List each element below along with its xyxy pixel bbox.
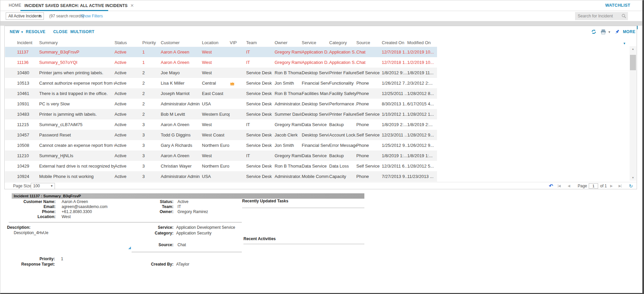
service-cell: Data Service xyxy=(302,161,329,171)
summary-cell: Summary_507oYQI xyxy=(39,57,115,68)
new-button[interactable]: NEW ▼ xyxy=(10,26,24,38)
tab-bar: HOME INCIDENT SAVED SEARCH: ALL ACTIVE I… xyxy=(0,0,642,11)
vip-cell xyxy=(230,57,246,68)
record-count: (97 search records) xyxy=(49,11,84,21)
reload-page-icon[interactable]: ↻ xyxy=(629,182,633,190)
incident-row-10429[interactable]: 10429External hard drive is not recogniz… xyxy=(5,161,437,171)
location-cell: West Coast xyxy=(202,130,230,140)
page-number-input[interactable] xyxy=(589,183,598,189)
vip-cell xyxy=(230,119,246,130)
pin-icon[interactable] xyxy=(615,29,620,34)
location-cell: Northern Euro... xyxy=(202,140,230,151)
more-button[interactable]: MORE ▼ xyxy=(623,26,637,49)
incident-row-10931[interactable]: 10931PC is very SlowActive2Administrator… xyxy=(5,99,437,109)
column-header-location[interactable]: Location xyxy=(202,38,230,47)
incident-row-10457[interactable]: 10457Password ResetActive3Todd G Diggins… xyxy=(5,130,437,140)
incident-row-10461[interactable]: 10461There is a bird trapped in the offi… xyxy=(5,88,437,99)
category-cell: Account Lock... xyxy=(329,130,356,140)
column-header-modified-on[interactable]: Modified On xyxy=(407,38,437,47)
status-cell: Active xyxy=(115,99,142,109)
incident-row-10513[interactable]: 10513Cannot authorize expense report fro… xyxy=(5,78,437,88)
priority-cell: 3 xyxy=(142,130,161,140)
tab-home[interactable]: HOME xyxy=(9,0,21,11)
column-header-summary[interactable]: Summary xyxy=(39,38,115,47)
customer-cell: Joseph Marriot xyxy=(161,88,202,99)
column-header-customer[interactable]: Customer xyxy=(161,38,202,47)
incident-row-11136[interactable]: 11136Summary_507oYQIActive1Aaron A Green… xyxy=(5,57,437,68)
column-header-incident[interactable]: Incident xyxy=(5,38,39,47)
vip-cell xyxy=(230,171,246,182)
incident-row-10924[interactable]: 10924Mobile Phone is not workingActive3A… xyxy=(5,171,437,182)
lasso-select-icon[interactable]: ↶ xyxy=(549,182,553,190)
scroll-down-icon[interactable]: ▼ xyxy=(630,175,636,181)
refresh-icon[interactable] xyxy=(591,29,596,34)
created-cell: 12/25/2011 ... xyxy=(382,88,407,99)
scroll-up-icon[interactable]: ▲ xyxy=(630,46,636,52)
location-cell: West xyxy=(202,47,230,57)
first-page-icon[interactable]: |◀ xyxy=(558,182,560,190)
column-header-category[interactable]: Category xyxy=(329,38,356,47)
column-header-priority[interactable]: Priority xyxy=(142,38,161,47)
summary-cell: Summary_HjNLIs xyxy=(39,151,115,161)
show-filters-link[interactable]: Show Filters xyxy=(81,11,103,21)
search-input[interactable] xyxy=(575,12,621,20)
owner-cell: Gregory Rami... xyxy=(275,47,302,57)
modified-cell: 6/17/2015 4... xyxy=(407,99,437,109)
saved-search-select[interactable]: All Active Incidents ▼ xyxy=(6,12,44,20)
incident-row-11210[interactable]: 11210Summary_HjNLIsActive3Aaron A GreenW… xyxy=(5,151,437,161)
column-header-status[interactable]: Status xyxy=(115,38,142,47)
incident-cell: 10461 xyxy=(5,88,39,99)
priority-value: 1 xyxy=(61,257,63,261)
summary-cell: Cannot authorize expense report from mob… xyxy=(39,78,115,88)
owner-cell: Administrator... xyxy=(275,171,302,182)
incident-row-11215[interactable]: 11215Summary_cLB7AiM75Active3Aaron A Gre… xyxy=(5,119,437,130)
source-cell: Phone xyxy=(356,140,382,151)
owner-cell: Gregory Rami... xyxy=(275,57,302,68)
multisort-button[interactable]: MULTISORT xyxy=(70,26,94,37)
column-header-service[interactable]: Service xyxy=(302,38,329,47)
resize-grip-icon[interactable] xyxy=(128,247,131,249)
team-cell: Service Desk xyxy=(246,140,275,151)
team-cell: Service Desk xyxy=(246,88,275,99)
next-page-icon[interactable]: ▶ xyxy=(610,182,613,190)
incident-cell: 11210 xyxy=(5,151,39,161)
search-icon[interactable] xyxy=(621,13,627,19)
column-header-source[interactable]: Source xyxy=(356,38,382,47)
resolve-button[interactable]: RESOLVE xyxy=(26,26,46,37)
watchlist-link[interactable]: WATCHLIST xyxy=(605,0,630,11)
vip-cell xyxy=(230,130,246,140)
print-icon[interactable] xyxy=(600,29,606,34)
column-header-owner[interactable]: Owner xyxy=(275,38,302,47)
print-options-caret-icon[interactable]: ▼ xyxy=(608,30,611,34)
summary-cell: Mobile Phone is not working xyxy=(39,171,115,182)
incident-row-11137[interactable]: 11137Summary_B3qFrsvPActive1Aaron A Gree… xyxy=(5,47,437,57)
team-cell: Service Desk xyxy=(246,99,275,109)
section-divider xyxy=(242,208,364,208)
status-cell: Active xyxy=(115,57,142,68)
close-button[interactable]: CLOSE xyxy=(53,26,68,37)
field-label: Location: xyxy=(7,214,56,219)
incident-cell: 10483 xyxy=(5,109,39,119)
page-size-select[interactable]: 100 ▼ xyxy=(31,183,55,189)
column-header-created-on[interactable]: Created On xyxy=(382,38,407,47)
last-page-icon[interactable]: ▶| xyxy=(619,182,621,190)
tab-close-icon[interactable]: ✕ xyxy=(130,3,134,8)
vip-cell xyxy=(230,99,246,109)
incident-row-10508[interactable]: 10508Cannot create an expense report fro… xyxy=(5,140,437,151)
tab-incident-saved-search[interactable]: INCIDENT SAVED SEARCH: ALL ACTIVE INCIDE… xyxy=(24,0,134,11)
modified-cell: 1/28/2012 8... xyxy=(407,88,437,99)
column-header-vip[interactable]: VIP xyxy=(230,38,246,47)
service-value: Application Development Service xyxy=(176,225,235,230)
incident-row-10483[interactable]: 10483Printer is jamming with labels.Acti… xyxy=(5,109,437,119)
previous-page-icon[interactable]: ◀ xyxy=(568,182,570,190)
incident-row-10480[interactable]: 10480Printer jams when printing labels.A… xyxy=(5,68,437,78)
column-header-team[interactable]: Team xyxy=(246,38,275,47)
filter-bar: All Active Incidents ▼ (97 search record… xyxy=(0,11,642,21)
scrollbar-thumb[interactable] xyxy=(630,55,636,70)
owner-cell: Jon Smith xyxy=(275,78,302,88)
location-cell: West xyxy=(202,119,230,130)
grid-vertical-scrollbar[interactable]: ▲ ▼ xyxy=(630,46,636,181)
section-divider xyxy=(243,244,364,244)
description-label: Description: xyxy=(7,225,28,230)
description-value: Description_4HvUe xyxy=(14,230,48,235)
